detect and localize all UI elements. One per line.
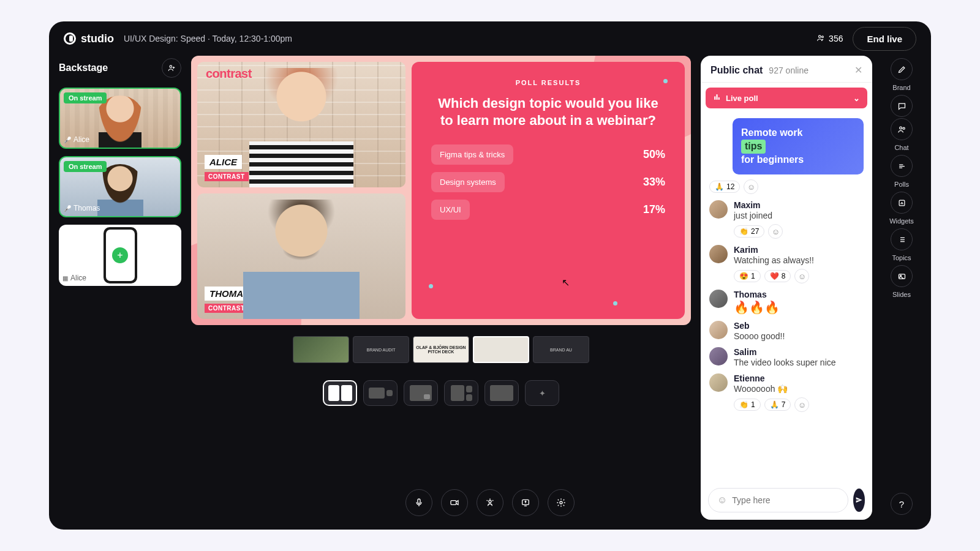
backstage-thumb-screenshare[interactable]: + Alice (59, 225, 181, 286)
poll-tag: POLL RESULTS (431, 79, 665, 86)
onstream-badge: On stream (64, 92, 107, 103)
chat-title: Public chat (710, 65, 763, 76)
thumb-label: Alice (62, 274, 86, 282)
svg-rect-4 (716, 94, 717, 100)
decor-dot (613, 301, 617, 305)
reaction-chip[interactable]: 😍1 (734, 270, 761, 282)
settings-button[interactable] (548, 489, 575, 516)
layout-speaker[interactable] (363, 380, 398, 406)
chat-input-field[interactable]: ☺ (708, 488, 848, 512)
layout-split[interactable] (323, 380, 357, 406)
chat-message: Maxim just joined 👏27☺ (709, 200, 864, 239)
message-list[interactable]: Remote work tips for beginners 🙏12 ☺ Max… (701, 113, 872, 481)
stage-brand-overlay: contrast (206, 67, 252, 81)
emoji-icon[interactable]: ☺ (717, 495, 727, 506)
svg-point-15 (560, 501, 562, 504)
svg-point-6 (899, 127, 902, 129)
rail-polls[interactable]: Polls (891, 155, 913, 188)
rail-slides[interactable]: Slides (891, 265, 913, 298)
speaker-company: CONTRAST (205, 304, 249, 313)
poll-results-card: POLL RESULTS Which design topic would yo… (412, 62, 685, 319)
chat-text-input[interactable] (732, 495, 839, 505)
svg-rect-9 (899, 274, 905, 279)
reaction-chip[interactable]: 👏1 (734, 399, 761, 411)
slide-thumb[interactable]: OLAF & BJÖRN DESIGN PITCH DECK (413, 336, 469, 363)
rail-help[interactable]: ? (891, 493, 913, 515)
topbar-right: 356 End live (816, 27, 916, 51)
slides-icon (62, 274, 68, 282)
poll-icon (713, 93, 721, 103)
effects-button[interactable] (477, 489, 503, 516)
chat-message: Seb Soooo good!! (709, 321, 864, 341)
phone-mockup: + (104, 227, 137, 283)
slide-strip: BRAND AUDIT OLAF & BJÖRN DESIGN PITCH DE… (191, 332, 691, 367)
app-window: studio UI/UX Design: Speed · Today, 12:3… (49, 21, 931, 530)
add-reaction-button[interactable]: ☺ (794, 397, 809, 412)
svg-rect-11 (418, 499, 420, 503)
send-button[interactable] (853, 489, 865, 512)
reaction-chip[interactable]: 🙏12 (709, 181, 740, 193)
end-live-button[interactable]: End live (853, 27, 916, 51)
svg-point-1 (822, 36, 824, 37)
viewer-count: 356 (816, 34, 843, 44)
chat-message: Salim The video looks super nice (709, 347, 864, 367)
reaction-chip[interactable]: 🙏7 (764, 399, 791, 411)
brand-name: studio (81, 32, 114, 45)
poll-row: UX/UI17% (431, 200, 665, 220)
rail-brand[interactable]: Brand (891, 58, 913, 91)
backstage-title: Backstage (59, 62, 108, 73)
camera-toggle[interactable] (441, 489, 468, 516)
slide-thumb[interactable] (293, 336, 349, 363)
chat-online-count: 927 online (769, 66, 809, 75)
avatar (709, 245, 728, 263)
people-icon (816, 34, 825, 44)
rail-widgets[interactable]: Widgets (889, 192, 914, 225)
speaker-stack: ALICE CONTRAST THOMAS CONTRAST (197, 62, 405, 319)
topbar: studio UI/UX Design: Speed · Today, 12:3… (49, 21, 931, 56)
close-chat-button[interactable]: ✕ (854, 64, 862, 76)
onstream-badge: On stream (64, 161, 107, 172)
speaker-company: CONTRAST (205, 172, 249, 181)
svg-rect-12 (451, 501, 456, 505)
add-participant-button[interactable] (162, 58, 181, 78)
reaction-chip[interactable]: ❤️8 (764, 270, 791, 282)
reaction-chip[interactable]: 👏27 (734, 225, 764, 238)
backstage-thumb-thomas[interactable]: On stream Thomas (59, 156, 181, 217)
speaker-tile-thomas: THOMAS CONTRAST (197, 193, 405, 319)
session-title: UI/UX Design: Speed (124, 34, 205, 43)
svg-point-0 (819, 35, 821, 37)
add-reaction-button[interactable]: ☺ (744, 179, 758, 194)
live-poll-banner[interactable]: Live poll ⌄ (706, 88, 867, 108)
slide-thumb[interactable]: BRAND AUDIT (353, 336, 409, 363)
list-icon (891, 228, 913, 250)
slide-thumb-selected[interactable] (473, 336, 529, 363)
backstage-thumb-alice[interactable]: On stream Alice (59, 88, 181, 149)
chat-message: Etienne Wooooooh 🙌 👏1🙏7☺ (709, 373, 864, 412)
layout-pip[interactable] (404, 380, 438, 406)
chat-message: Karim Watching as always!! 😍1❤️8☺ (709, 245, 864, 283)
chat-input-row: ☺ (701, 481, 872, 520)
promo-card: Remote work tips for beginners (733, 118, 864, 174)
mic-toggle[interactable] (405, 489, 432, 516)
poll-row: Design systems33% (431, 172, 665, 192)
layout-magic[interactable]: ✦ (525, 380, 559, 406)
add-reaction-button[interactable]: ☺ (768, 224, 783, 239)
layout-sidebar[interactable] (444, 380, 478, 406)
svg-rect-5 (718, 97, 720, 100)
cursor-icon: ↖ (562, 277, 570, 288)
layout-solo[interactable] (484, 380, 519, 406)
rail-chat[interactable]: Chat (891, 95, 913, 151)
slide-thumb[interactable]: BRAND AU (533, 336, 589, 363)
chat-header: Public chat 927 online ✕ (701, 56, 872, 83)
svg-rect-3 (714, 96, 715, 99)
layout-switcher: ✦ (191, 380, 691, 406)
decor-dot (429, 284, 433, 288)
session-info: UI/UX Design: Speed · Today, 12:30-1:00p… (124, 34, 292, 43)
avatar (709, 347, 728, 365)
share-screen-button[interactable] (512, 489, 539, 516)
widget-icon (891, 192, 913, 214)
add-reaction-button[interactable]: ☺ (794, 269, 809, 283)
rail-topics[interactable]: Topics (891, 228, 913, 261)
decor-dot (663, 79, 668, 83)
chat-panel: Public chat 927 online ✕ Live poll ⌄ Rem… (701, 56, 872, 520)
